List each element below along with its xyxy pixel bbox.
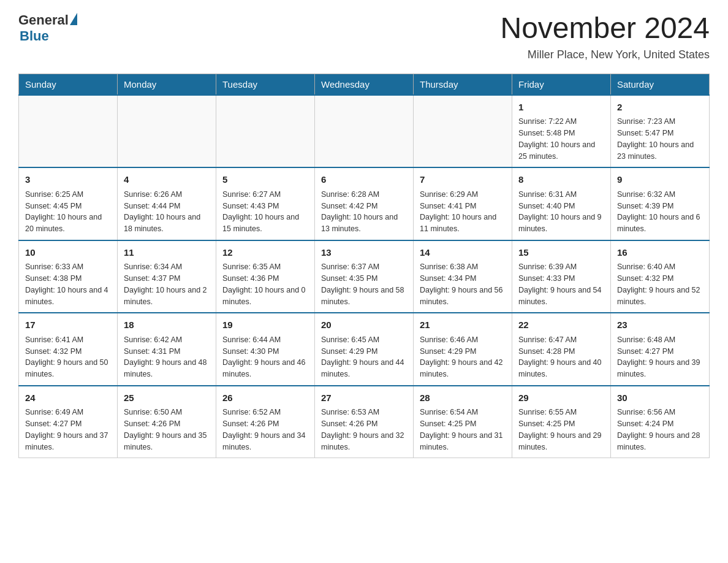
day-info: Sunrise: 6:34 AMSunset: 4:37 PMDaylight:… [124, 261, 210, 307]
day-number: 6 [321, 173, 407, 187]
calendar-cell: 8Sunrise: 6:31 AMSunset: 4:40 PMDaylight… [512, 167, 611, 240]
day-info: Sunrise: 6:35 AMSunset: 4:36 PMDaylight:… [222, 261, 308, 307]
day-info: Sunrise: 6:45 AMSunset: 4:29 PMDaylight:… [321, 334, 407, 380]
day-info: Sunrise: 6:52 AMSunset: 4:26 PMDaylight:… [222, 407, 308, 453]
day-number: 24 [25, 391, 111, 405]
day-info: Sunrise: 6:28 AMSunset: 4:42 PMDaylight:… [321, 189, 407, 235]
day-number: 17 [25, 318, 111, 332]
calendar-header-row: SundayMondayTuesdayWednesdayThursdayFrid… [19, 74, 710, 95]
day-number: 10 [25, 246, 111, 260]
day-info: Sunrise: 7:23 AMSunset: 5:47 PMDaylight:… [617, 116, 703, 162]
day-info: Sunrise: 6:49 AMSunset: 4:27 PMDaylight:… [25, 407, 111, 453]
day-number: 21 [420, 318, 506, 332]
calendar-cell [19, 95, 118, 168]
day-of-week-header: Wednesday [315, 74, 414, 95]
day-info: Sunrise: 6:48 AMSunset: 4:27 PMDaylight:… [617, 334, 703, 380]
day-of-week-header: Friday [512, 74, 611, 95]
day-number: 8 [518, 173, 604, 187]
calendar-cell: 2Sunrise: 7:23 AMSunset: 5:47 PMDaylight… [611, 95, 710, 168]
day-of-week-header: Monday [118, 74, 216, 95]
calendar-cell: 25Sunrise: 6:50 AMSunset: 4:26 PMDayligh… [118, 386, 216, 458]
day-number: 27 [321, 391, 407, 405]
location-text: Miller Place, New York, United States [500, 48, 710, 61]
day-number: 29 [518, 391, 604, 405]
calendar-table: SundayMondayTuesdayWednesdayThursdayFrid… [18, 74, 710, 459]
page-header: General Blue November 2024 Miller Place,… [18, 12, 710, 61]
calendar-cell: 30Sunrise: 6:56 AMSunset: 4:24 PMDayligh… [611, 386, 710, 458]
day-info: Sunrise: 6:53 AMSunset: 4:26 PMDaylight:… [321, 407, 407, 453]
month-title: November 2024 [500, 12, 710, 45]
day-number: 16 [617, 246, 703, 260]
calendar-cell: 23Sunrise: 6:48 AMSunset: 4:27 PMDayligh… [611, 313, 710, 386]
day-of-week-header: Saturday [611, 74, 710, 95]
day-info: Sunrise: 6:47 AMSunset: 4:28 PMDaylight:… [518, 334, 604, 380]
calendar-cell: 3Sunrise: 6:25 AMSunset: 4:45 PMDaylight… [19, 167, 118, 240]
day-number: 15 [518, 246, 604, 260]
day-number: 3 [25, 173, 111, 187]
day-of-week-header: Thursday [414, 74, 512, 95]
week-row: 3Sunrise: 6:25 AMSunset: 4:45 PMDaylight… [19, 167, 710, 240]
day-info: Sunrise: 6:50 AMSunset: 4:26 PMDaylight:… [124, 407, 210, 453]
day-number: 19 [222, 318, 308, 332]
calendar-cell: 17Sunrise: 6:41 AMSunset: 4:32 PMDayligh… [19, 313, 118, 386]
day-number: 1 [518, 101, 604, 115]
calendar-cell: 7Sunrise: 6:29 AMSunset: 4:41 PMDaylight… [414, 167, 512, 240]
week-row: 24Sunrise: 6:49 AMSunset: 4:27 PMDayligh… [19, 386, 710, 458]
calendar-cell: 20Sunrise: 6:45 AMSunset: 4:29 PMDayligh… [315, 313, 414, 386]
day-info: Sunrise: 6:29 AMSunset: 4:41 PMDaylight:… [420, 189, 506, 235]
calendar-cell: 27Sunrise: 6:53 AMSunset: 4:26 PMDayligh… [315, 386, 414, 458]
day-info: Sunrise: 6:55 AMSunset: 4:25 PMDaylight:… [518, 407, 604, 453]
calendar-cell [315, 95, 414, 168]
calendar-cell: 29Sunrise: 6:55 AMSunset: 4:25 PMDayligh… [512, 386, 611, 458]
day-info: Sunrise: 6:39 AMSunset: 4:33 PMDaylight:… [518, 261, 604, 307]
calendar-cell [118, 95, 216, 168]
calendar-cell: 4Sunrise: 6:26 AMSunset: 4:44 PMDaylight… [118, 167, 216, 240]
day-info: Sunrise: 6:26 AMSunset: 4:44 PMDaylight:… [124, 189, 210, 235]
day-number: 18 [124, 318, 210, 332]
day-number: 7 [420, 173, 506, 187]
calendar-cell [414, 95, 512, 168]
day-of-week-header: Tuesday [216, 74, 315, 95]
day-info: Sunrise: 6:40 AMSunset: 4:32 PMDaylight:… [617, 261, 703, 307]
calendar-cell: 9Sunrise: 6:32 AMSunset: 4:39 PMDaylight… [611, 167, 710, 240]
day-number: 26 [222, 391, 308, 405]
calendar-cell: 10Sunrise: 6:33 AMSunset: 4:38 PMDayligh… [19, 240, 118, 313]
day-number: 2 [617, 101, 703, 115]
day-info: Sunrise: 6:37 AMSunset: 4:35 PMDaylight:… [321, 261, 407, 307]
day-number: 30 [617, 391, 703, 405]
calendar-cell: 15Sunrise: 6:39 AMSunset: 4:33 PMDayligh… [512, 240, 611, 313]
day-info: Sunrise: 6:42 AMSunset: 4:31 PMDaylight:… [124, 334, 210, 380]
day-number: 22 [518, 318, 604, 332]
day-number: 4 [124, 173, 210, 187]
calendar-cell: 28Sunrise: 6:54 AMSunset: 4:25 PMDayligh… [414, 386, 512, 458]
day-number: 28 [420, 391, 506, 405]
day-info: Sunrise: 6:46 AMSunset: 4:29 PMDaylight:… [420, 334, 506, 380]
calendar-cell: 18Sunrise: 6:42 AMSunset: 4:31 PMDayligh… [118, 313, 216, 386]
day-number: 20 [321, 318, 407, 332]
calendar-cell: 13Sunrise: 6:37 AMSunset: 4:35 PMDayligh… [315, 240, 414, 313]
week-row: 1Sunrise: 7:22 AMSunset: 5:48 PMDaylight… [19, 95, 710, 168]
calendar-cell: 12Sunrise: 6:35 AMSunset: 4:36 PMDayligh… [216, 240, 315, 313]
day-info: Sunrise: 6:41 AMSunset: 4:32 PMDaylight:… [25, 334, 111, 380]
day-info: Sunrise: 6:33 AMSunset: 4:38 PMDaylight:… [25, 261, 111, 307]
day-number: 12 [222, 246, 308, 260]
day-info: Sunrise: 6:54 AMSunset: 4:25 PMDaylight:… [420, 407, 506, 453]
calendar-cell: 19Sunrise: 6:44 AMSunset: 4:30 PMDayligh… [216, 313, 315, 386]
calendar-cell: 6Sunrise: 6:28 AMSunset: 4:42 PMDaylight… [315, 167, 414, 240]
day-info: Sunrise: 6:32 AMSunset: 4:39 PMDaylight:… [617, 189, 703, 235]
logo-blue-text: Blue [20, 28, 49, 44]
calendar-cell: 26Sunrise: 6:52 AMSunset: 4:26 PMDayligh… [216, 386, 315, 458]
day-info: Sunrise: 7:22 AMSunset: 5:48 PMDaylight:… [518, 116, 604, 162]
logo: General Blue [18, 12, 77, 44]
day-number: 5 [222, 173, 308, 187]
day-of-week-header: Sunday [19, 74, 118, 95]
week-row: 10Sunrise: 6:33 AMSunset: 4:38 PMDayligh… [19, 240, 710, 313]
day-number: 13 [321, 246, 407, 260]
week-row: 17Sunrise: 6:41 AMSunset: 4:32 PMDayligh… [19, 313, 710, 386]
title-section: November 2024 Miller Place, New York, Un… [500, 12, 710, 61]
day-info: Sunrise: 6:25 AMSunset: 4:45 PMDaylight:… [25, 189, 111, 235]
calendar-cell: 1Sunrise: 7:22 AMSunset: 5:48 PMDaylight… [512, 95, 611, 168]
calendar-cell: 14Sunrise: 6:38 AMSunset: 4:34 PMDayligh… [414, 240, 512, 313]
day-number: 11 [124, 246, 210, 260]
logo-general-text: General [18, 12, 69, 28]
